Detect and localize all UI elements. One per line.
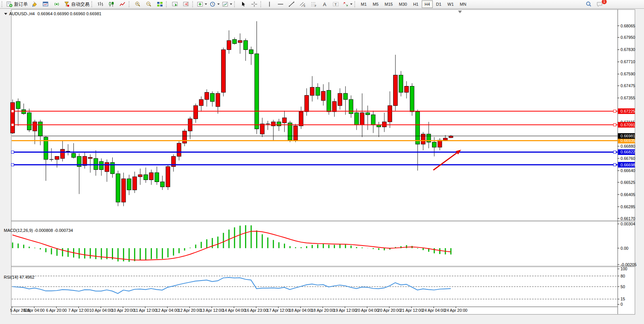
candle bbox=[355, 113, 359, 125]
candle bbox=[416, 112, 420, 144]
bar-chart-button[interactable] bbox=[95, 0, 106, 8]
price-tick-label: 0.66285 bbox=[620, 204, 635, 209]
timeframe-h1-button[interactable]: H1 bbox=[410, 0, 421, 8]
candle bbox=[377, 125, 381, 127]
candle bbox=[121, 179, 126, 202]
price-tick-label: 0.67710 bbox=[620, 59, 635, 64]
time-tick-label: 6 Apr 04:00 bbox=[24, 308, 45, 313]
crosshair-button[interactable] bbox=[249, 0, 260, 8]
line-handle[interactable] bbox=[11, 123, 14, 126]
chevron-down-icon[interactable] bbox=[205, 3, 207, 5]
line-handle[interactable] bbox=[614, 151, 616, 153]
chevron-down-icon[interactable] bbox=[217, 3, 220, 5]
candle bbox=[443, 138, 448, 140]
price-tick-label: 0.66880 bbox=[620, 144, 635, 148]
equidistant-channel-button[interactable]: E bbox=[297, 0, 308, 8]
auto-trading-button[interactable]: 自动交易 bbox=[62, 0, 91, 8]
time-tick-label: 11 Apr 12:00 bbox=[134, 308, 157, 313]
chat-button[interactable]: 1 bbox=[594, 0, 605, 8]
chart-symbol: AUDUSD-,H4 bbox=[9, 11, 35, 16]
horizontal-line-button[interactable] bbox=[275, 0, 286, 8]
chart-canvas[interactable]: 0.680650.679500.678300.677100.675900.674… bbox=[0, 9, 644, 324]
candle bbox=[99, 161, 104, 169]
timeframe-m1-button[interactable]: M1 bbox=[358, 0, 369, 8]
svg-text:A: A bbox=[323, 2, 326, 7]
candle bbox=[293, 126, 298, 140]
chevron-down-icon[interactable] bbox=[230, 3, 232, 5]
svg-text:T: T bbox=[335, 3, 337, 6]
vertical-line-button[interactable] bbox=[264, 0, 275, 8]
candle bbox=[371, 115, 375, 125]
toolbar-separator bbox=[2, 1, 3, 7]
timeframe-mn-button[interactable]: MN bbox=[457, 0, 469, 8]
auto-scroll-button[interactable] bbox=[169, 0, 180, 8]
chevron-down-icon[interactable] bbox=[350, 3, 352, 5]
price-badge-label: 0.67225 bbox=[620, 109, 635, 113]
candle bbox=[255, 54, 259, 129]
chart-title: AUDUSD-,H4 0.66964 0.66990 0.66960 0.669… bbox=[4, 11, 104, 16]
candle bbox=[227, 40, 231, 49]
cursor-button[interactable] bbox=[238, 0, 249, 8]
arrows-button[interactable] bbox=[341, 0, 354, 8]
chart-menu-icon[interactable] bbox=[4, 13, 7, 15]
text-button[interactable]: A bbox=[319, 0, 330, 8]
rsi-tick-label: 15 bbox=[620, 297, 625, 301]
timeframe-d1-button[interactable]: D1 bbox=[434, 0, 444, 8]
time-tick-label: 20 Apr 20:00 bbox=[378, 308, 401, 313]
line-chart-button[interactable] bbox=[117, 0, 128, 8]
candle bbox=[410, 86, 414, 112]
timeframe-h4-button[interactable]: H4 bbox=[422, 0, 432, 8]
candle bbox=[183, 131, 187, 143]
candle bbox=[199, 99, 203, 105]
text-label-button[interactable]: T bbox=[330, 0, 341, 8]
candlestick-chart-button[interactable] bbox=[106, 0, 117, 8]
candle bbox=[16, 102, 20, 109]
line-handle[interactable] bbox=[11, 110, 14, 113]
candle bbox=[55, 156, 59, 160]
candle bbox=[349, 99, 353, 113]
price-tick-label: 0.66525 bbox=[620, 180, 635, 185]
trendline-button[interactable] bbox=[286, 0, 297, 8]
timeframe-m30-button[interactable]: M30 bbox=[396, 0, 410, 8]
zoom-in-button[interactable] bbox=[132, 0, 143, 8]
signal-button[interactable] bbox=[51, 0, 62, 8]
timeframe-m15-button[interactable]: M15 bbox=[382, 0, 395, 8]
candle bbox=[11, 102, 15, 133]
fibonacci-button[interactable]: F bbox=[308, 0, 319, 8]
zoom-out-button[interactable] bbox=[143, 0, 154, 8]
price-tick-label: 0.67475 bbox=[620, 83, 635, 88]
candle bbox=[338, 93, 342, 105]
templates-button[interactable] bbox=[221, 0, 233, 8]
candle bbox=[304, 96, 309, 112]
candle bbox=[222, 49, 226, 92]
line-handle[interactable] bbox=[614, 163, 616, 166]
candle bbox=[177, 143, 181, 156]
candle bbox=[271, 122, 276, 126]
periods-button[interactable] bbox=[208, 0, 221, 8]
line-handle[interactable] bbox=[614, 110, 616, 113]
line-handle[interactable] bbox=[11, 163, 14, 166]
candle bbox=[94, 158, 98, 169]
macd-tick-label: 0.00 bbox=[620, 246, 628, 251]
time-tick-label: 10 Apr 20:00 bbox=[112, 308, 135, 313]
indicators-button[interactable] bbox=[196, 0, 208, 8]
new-order-button[interactable]: 新订单 bbox=[5, 0, 29, 8]
line-handle[interactable] bbox=[11, 151, 14, 153]
paint-bucket-button[interactable] bbox=[29, 0, 40, 8]
chart-shift-button[interactable] bbox=[180, 0, 191, 8]
candle bbox=[282, 118, 287, 123]
line-handle[interactable] bbox=[614, 123, 616, 126]
chart-profile-button[interactable] bbox=[40, 0, 51, 8]
candle bbox=[149, 173, 153, 180]
candle bbox=[244, 40, 248, 49]
tile-windows-button[interactable] bbox=[154, 0, 165, 8]
toolbar-separator bbox=[192, 1, 194, 7]
price-badge-label: 0.67091 bbox=[620, 123, 635, 127]
candle bbox=[160, 182, 164, 187]
candle bbox=[382, 122, 386, 127]
price-tick-label: 0.66170 bbox=[620, 216, 635, 221]
price-tick-label: 0.66405 bbox=[620, 192, 635, 197]
timeframe-w1-button[interactable]: W1 bbox=[445, 0, 457, 8]
search-button[interactable] bbox=[583, 0, 594, 8]
timeframe-m5-button[interactable]: M5 bbox=[370, 0, 381, 8]
